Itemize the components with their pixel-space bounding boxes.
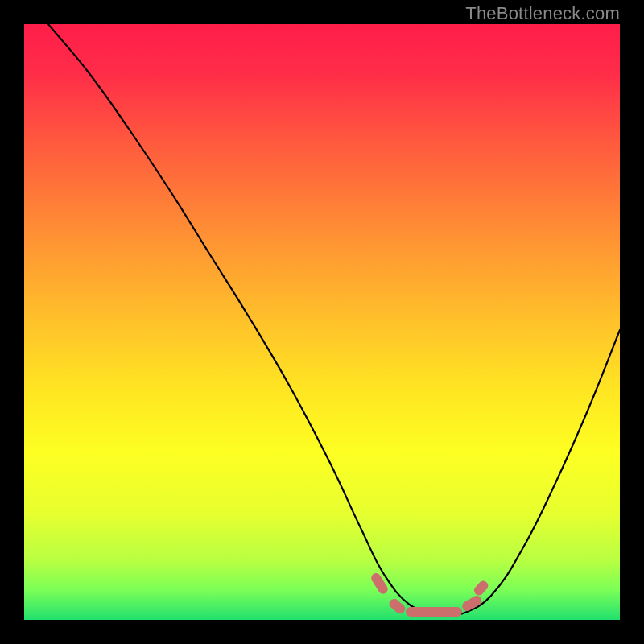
bottleneck-curve	[24, 24, 620, 620]
chart-frame: TheBottleneck.com	[0, 0, 644, 644]
plot-area	[24, 24, 620, 620]
watermark-text: TheBottleneck.com	[465, 3, 620, 24]
flat-zone-segment	[406, 607, 462, 617]
